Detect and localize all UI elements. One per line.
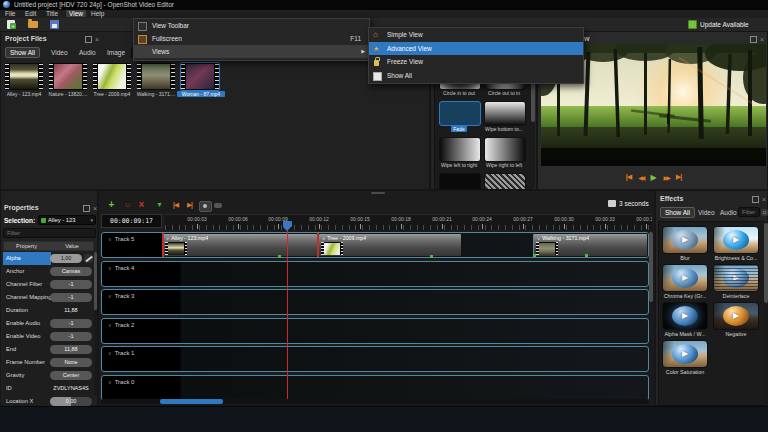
tab-image[interactable]: Image bbox=[103, 48, 129, 57]
keyframe-edit-icon[interactable] bbox=[84, 254, 93, 263]
new-project-button[interactable]: + bbox=[7, 20, 15, 29]
track-2[interactable]: Track 2 bbox=[101, 318, 649, 344]
menu-help[interactable]: Help bbox=[88, 10, 107, 17]
effect-color-saturation[interactable]: Color Saturation bbox=[662, 340, 708, 375]
jump-start-button[interactable]: |◀ bbox=[626, 173, 631, 181]
play-button[interactable]: ▶ bbox=[650, 173, 656, 182]
center-playhead-button[interactable] bbox=[199, 201, 212, 212]
menu-file[interactable]: File bbox=[2, 10, 18, 17]
property-row-alpha[interactable]: Alpha 1,00 bbox=[3, 252, 94, 266]
menu-item-views[interactable]: Views ▶ bbox=[134, 45, 369, 58]
effect-negative[interactable]: Negative bbox=[713, 302, 759, 337]
property-row-enable-video[interactable]: Enable Video-1 bbox=[3, 330, 94, 344]
transition-partial-right[interactable] bbox=[484, 173, 526, 190]
tab-show-all[interactable]: Show All bbox=[5, 47, 40, 58]
property-row-anchor[interactable]: AnchorCanvas bbox=[3, 265, 94, 279]
submenu-item-advanced-view[interactable]: ★ Advanced View bbox=[369, 42, 583, 56]
effect-brightness[interactable]: Brightness & Co... bbox=[713, 226, 759, 261]
close-panel-icon[interactable]: × bbox=[93, 206, 97, 211]
project-file-walking[interactable] bbox=[137, 63, 175, 90]
tab-show-all[interactable]: Show All bbox=[660, 207, 695, 218]
update-available-button[interactable]: Update Available bbox=[688, 19, 749, 29]
timeline-hscrollbar-thumb[interactable] bbox=[160, 399, 223, 404]
menu-edit[interactable]: Edit bbox=[22, 10, 39, 17]
property-row-duration[interactable]: Duration11,88 bbox=[3, 304, 94, 318]
toolbar-toggle[interactable] bbox=[214, 203, 222, 208]
property-row-location-x[interactable]: Location X0,00 bbox=[3, 395, 94, 406]
float-panel-icon[interactable] bbox=[752, 196, 759, 203]
tab-audio[interactable]: Audio bbox=[75, 48, 100, 57]
track-4[interactable]: Track 4 bbox=[101, 261, 649, 287]
tab-video[interactable]: Video bbox=[694, 208, 719, 217]
clip-tree[interactable]: Tree - 2009.mp4 bbox=[318, 233, 462, 257]
thumbnail-nature bbox=[54, 64, 82, 89]
transition-fade[interactable] bbox=[439, 101, 481, 126]
submenu-item-show-all[interactable]: Show All bbox=[369, 69, 583, 83]
timeline-vscrollbar[interactable] bbox=[649, 232, 653, 399]
rewind-button[interactable]: ◀◀ bbox=[638, 174, 643, 181]
razor-button[interactable]: × bbox=[135, 199, 148, 211]
project-file-woman[interactable] bbox=[181, 63, 219, 90]
playback-controls: |◀ ◀◀ ▶ ▶▶ ▶| bbox=[538, 170, 768, 184]
previous-marker-button[interactable]: |◀ bbox=[169, 199, 182, 211]
open-project-button[interactable] bbox=[28, 21, 38, 28]
tab-video[interactable]: Video bbox=[47, 48, 72, 57]
add-track-button[interactable]: + bbox=[105, 199, 118, 211]
property-row-channel-filter[interactable]: Channel Filter-1 bbox=[3, 278, 94, 292]
submenu-item-freeze-view[interactable]: Freeze View bbox=[369, 55, 583, 69]
properties-filter-input[interactable] bbox=[3, 228, 96, 238]
effect-chroma-key[interactable]: Chroma Key (Gr... bbox=[662, 264, 708, 299]
transition-label: Wipe left to right bbox=[437, 162, 481, 168]
transition-wipe-right-left[interactable] bbox=[484, 137, 526, 162]
menu-title[interactable]: Title bbox=[43, 10, 61, 17]
dock-handle[interactable] bbox=[371, 192, 385, 194]
zoom-scale-control[interactable]: 3 seconds bbox=[608, 200, 649, 207]
fast-forward-button[interactable]: ▶▶ bbox=[664, 174, 669, 181]
menu-item-fullscreen[interactable]: Fullscreen F11 bbox=[134, 32, 369, 45]
effects-filter-input[interactable] bbox=[738, 207, 760, 217]
menu-item-view-toolbar[interactable]: View Toolbar bbox=[134, 19, 369, 32]
effects-scrollbar[interactable] bbox=[764, 221, 768, 404]
effect-alpha-mask[interactable]: Alpha Mask / W... bbox=[662, 302, 708, 337]
close-panel-icon[interactable]: × bbox=[95, 37, 99, 42]
property-row-frame-number[interactable]: Frame NumberNone bbox=[3, 356, 94, 370]
project-file-nature[interactable] bbox=[49, 63, 87, 90]
project-file-alley[interactable] bbox=[5, 63, 43, 90]
property-row-enable-audio[interactable]: Enable Audio-1 bbox=[3, 317, 94, 331]
clip-alley[interactable]: Alley - 123.mp4 bbox=[162, 233, 318, 257]
transition-wipe-bottom[interactable] bbox=[484, 101, 526, 126]
close-panel-icon[interactable]: × bbox=[760, 37, 764, 42]
track-1[interactable]: Track 1 bbox=[101, 346, 649, 372]
float-panel-icon[interactable] bbox=[83, 205, 90, 212]
transition-partial-left[interactable] bbox=[439, 173, 481, 190]
playhead-marker[interactable] bbox=[283, 221, 292, 227]
close-panel-icon[interactable]: × bbox=[762, 197, 766, 202]
track-3[interactable]: Track 3 bbox=[101, 289, 649, 315]
view-menu-dropdown: View Toolbar Fullscreen F11 Views ▶ bbox=[133, 18, 370, 61]
property-row-end[interactable]: End11,88 bbox=[3, 343, 94, 357]
submenu-item-simple-view[interactable]: ⌂ Simple View bbox=[369, 28, 583, 42]
save-project-button[interactable] bbox=[50, 20, 59, 29]
property-row-id[interactable]: IDZVDLYNAS4S bbox=[3, 382, 94, 396]
add-marker-button[interactable]: ▼ bbox=[153, 199, 166, 211]
clip-walking[interactable]: Walking - 3171.mp4 bbox=[533, 233, 648, 257]
float-panel-icon[interactable] bbox=[750, 36, 757, 43]
clear-filter-icon[interactable]: α bbox=[761, 209, 768, 216]
property-row-gravity[interactable]: GravityCenter bbox=[3, 369, 94, 383]
property-row-channel-mapping[interactable]: Channel Mapping-1 bbox=[3, 291, 94, 305]
tab-audio[interactable]: Audio bbox=[716, 208, 741, 217]
float-panel-icon[interactable] bbox=[85, 36, 92, 43]
timeline-ruler[interactable]: 00:00:03 00:00:06 00:00:09 00:00:12 00:0… bbox=[165, 214, 652, 230]
timeline-hscrollbar[interactable] bbox=[101, 399, 649, 404]
transition-wipe-left-right[interactable] bbox=[439, 137, 481, 162]
snapping-button[interactable]: ∩ bbox=[121, 199, 134, 211]
jump-end-button[interactable]: ▶| bbox=[676, 173, 681, 181]
project-file-tree[interactable] bbox=[93, 63, 131, 90]
selection-dropdown[interactable]: Alley - 123 ▾ bbox=[38, 215, 96, 225]
effect-deinterlace[interactable]: Deinterlace bbox=[713, 264, 759, 299]
menu-view[interactable]: View bbox=[66, 10, 86, 17]
effect-blur[interactable]: Blur bbox=[662, 226, 708, 261]
track-0[interactable]: Track 0 bbox=[101, 375, 649, 401]
properties-scrollbar[interactable] bbox=[94, 252, 97, 396]
next-marker-button[interactable]: ▶| bbox=[183, 199, 196, 211]
